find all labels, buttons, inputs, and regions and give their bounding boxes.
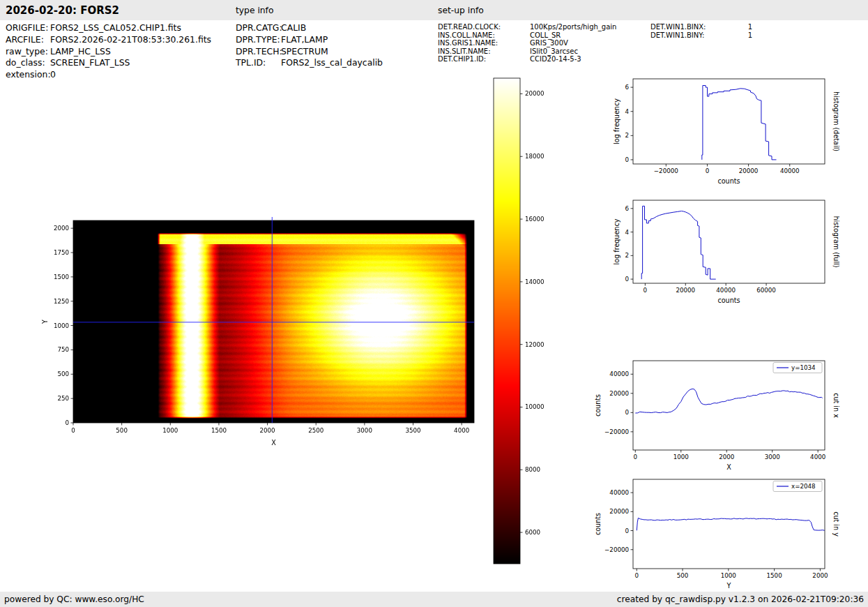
- x-tick-label: 4000: [454, 427, 469, 434]
- y-tick-label: 6: [625, 205, 629, 212]
- x-tick-label: 500: [116, 427, 128, 434]
- colorbar-tick-label: 16000: [525, 216, 545, 223]
- meta-row: TPL.ID:FORS2_lss_cal_daycalib: [236, 57, 383, 69]
- y-tick-label: 4: [625, 229, 629, 236]
- page-title: 2026-02-20: FORS2: [6, 4, 119, 17]
- meta-label: DET.WIN1.BINY:: [650, 31, 741, 40]
- x-axis-label: X: [271, 439, 276, 447]
- x-tick-label: 2000: [812, 572, 828, 579]
- meta-label: DPR.TECH:: [236, 46, 281, 58]
- x-tick-label: 0: [634, 454, 638, 460]
- cut-y-figure: 0500100015002000−2000002000040000Ycounts…: [579, 471, 858, 601]
- x-tick-label: 2000: [260, 427, 275, 434]
- y-tick-label: 0: [65, 419, 69, 426]
- meta-value: SCREEN_FLAT_LSS: [50, 57, 130, 68]
- meta-value: FORS2_LSS_CAL052.CHIP1.fits: [50, 22, 181, 33]
- header-bar: 2026-02-20: FORS2 type info set-up info: [0, 0, 868, 20]
- x-tick-label: 40000: [716, 287, 736, 294]
- x-tick-label: 2000: [719, 454, 734, 460]
- footer-right-text: created by qc_rawdisp.py v1.2.3 on 2026-…: [617, 594, 864, 604]
- histogram-detail-plot: −20000020000400000246countslog frequency…: [579, 70, 858, 196]
- meta-value: 1: [741, 31, 752, 40]
- x-axis-label: counts: [717, 297, 740, 304]
- x-tick-label: 3000: [357, 427, 372, 434]
- meta-value: LAMP_HC_LSS: [50, 46, 111, 57]
- type-info-heading: type info: [236, 6, 273, 15]
- y-tick-label: 2: [625, 132, 629, 139]
- x-tick-label: −20000: [654, 167, 678, 174]
- plot-area: [633, 200, 825, 283]
- meta-label: INS.COLL.NAME:: [438, 31, 530, 40]
- meta-label: DET.READ.CLOCK:: [438, 23, 530, 31]
- meta-label: DPR.TYPE:: [236, 34, 281, 46]
- x-tick-label: 20000: [739, 167, 759, 174]
- y-tick-label: 1500: [54, 273, 69, 280]
- meta-value: CALIB: [281, 22, 306, 33]
- y-axis-label: log frequency: [613, 98, 620, 144]
- x-tick-label: 1000: [162, 427, 178, 434]
- x-tick-label: 20000: [676, 287, 695, 294]
- cut-in-x-plot: 01000200030004000−2000002000040000Xcount…: [579, 352, 858, 482]
- x-tick-label: 0: [71, 427, 75, 434]
- colorbar-tick-label: 12000: [525, 341, 545, 348]
- meta-label: INS.SLIT.NAME:: [438, 47, 530, 56]
- x-tick-label: 3500: [405, 427, 420, 434]
- y-tick-label: 750: [57, 346, 69, 353]
- x-axis-label: counts: [717, 177, 740, 185]
- meta-value: COLL_SR: [530, 31, 561, 39]
- meta-label: do_class:: [6, 57, 50, 69]
- y-axis-label: Y: [41, 320, 49, 324]
- meta-row: extension:0: [6, 69, 211, 81]
- meta-value: 1: [741, 23, 752, 31]
- meta-label: ORIGFILE:: [6, 22, 50, 34]
- meta-value: FORS2_lss_cal_daycalib: [281, 57, 383, 68]
- footer-bar: powered by QC: www.eso.org/HC created by…: [0, 592, 868, 607]
- x-tick-label: 40000: [780, 167, 800, 174]
- y-tick-label: 20000: [609, 390, 629, 397]
- meta-label: DPR.CATG:: [236, 22, 281, 34]
- meta-row: INS.GRIS1.NAME:GRIS_300V: [438, 39, 616, 47]
- meta-value: FORS2.2026-02-21T08:53:30.261.fits: [50, 34, 211, 45]
- y-tick-label: 0: [625, 527, 629, 534]
- colorbar-tick-label: 8000: [525, 466, 540, 473]
- y-tick-label: 0: [625, 409, 629, 416]
- meta-label: INS.GRIS1.NAME:: [438, 39, 530, 47]
- plot-area: [633, 79, 825, 164]
- meta-row: DPR.TECH:SPECTRUM: [236, 46, 383, 58]
- meta-label: TPL.ID:: [236, 57, 281, 69]
- x-axis-label: Y: [726, 582, 731, 590]
- plot-frame: [73, 220, 474, 423]
- y-tick-label: 2000: [54, 225, 69, 232]
- meta-label: extension:: [6, 69, 50, 81]
- meta-label: ARCFILE:: [6, 34, 50, 46]
- meta-row: DET.WIN1.BINY:1: [650, 31, 752, 40]
- x-tick-label: 2500: [308, 427, 323, 434]
- meta-value: GRIS_300V: [530, 39, 568, 47]
- hist-detail-figure: −20000020000400000246countslog frequency…: [579, 70, 858, 196]
- y-axis-label: counts: [594, 394, 602, 417]
- x-tick-label: 0: [644, 287, 648, 294]
- right-axis-label: cut in y: [832, 511, 840, 537]
- x-tick-label: 0: [634, 572, 639, 579]
- legend-label: y=1034: [791, 364, 816, 371]
- cut-in-y-plot: 0500100015002000−2000002000040000Ycounts…: [579, 471, 858, 601]
- x-tick-label: 1000: [673, 454, 689, 460]
- plot-area: [633, 361, 825, 450]
- meta-column-file_info: ORIGFILE:FORS2_LSS_CAL052.CHIP1.fitsARCF…: [6, 22, 211, 81]
- colorbar-tick-label: 18000: [525, 153, 545, 160]
- meta-label: DET.CHIP1.ID:: [438, 55, 530, 63]
- y-tick-label: 6: [625, 84, 629, 91]
- meta-row: INS.COLL.NAME:COLL_SR: [438, 31, 616, 40]
- y-axis-label: log frequency: [613, 218, 620, 264]
- y-tick-label: 1250: [54, 298, 69, 305]
- y-tick-label: 0: [625, 156, 629, 163]
- x-tick-label: 3000: [765, 454, 780, 460]
- right-axis-label: histogram (full): [832, 216, 840, 268]
- colorbar-tick-label: 20000: [525, 90, 545, 97]
- qc-report-page: 2026-02-20: FORS2 type info set-up info …: [0, 0, 868, 607]
- y-tick-label: −20000: [604, 546, 629, 553]
- colorbar-panel: 60008000100001200014000160001800020000: [488, 73, 568, 572]
- colorbar-tick-label: 6000: [525, 529, 540, 536]
- setup-info-heading: set-up info: [438, 6, 484, 15]
- footer-left-text: powered by QC: www.eso.org/HC: [4, 594, 144, 604]
